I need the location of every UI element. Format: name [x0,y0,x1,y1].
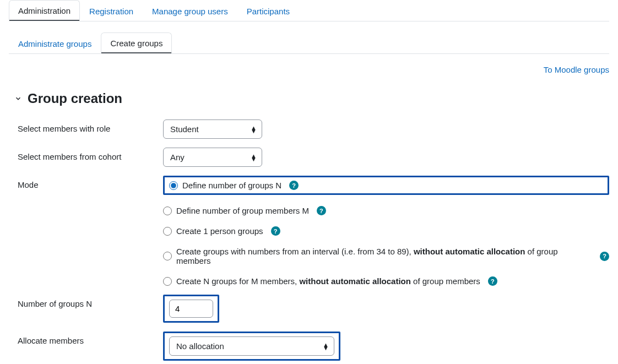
radio-define-groups-n[interactable] [169,181,178,190]
radio-label[interactable]: Define number of group members M [176,206,309,215]
section-toggle-group-creation[interactable]: Group creation [14,91,609,106]
chevron-down-icon [14,95,22,102]
select-role[interactable]: Student [163,119,262,139]
tab-create-groups[interactable]: Create groups [101,32,172,54]
help-icon[interactable]: ? [600,252,609,261]
radio-one-person-groups[interactable] [163,227,172,236]
label-select-cohort: Select members from cohort [9,148,163,161]
highlight-num-groups [163,295,219,323]
radio-label[interactable]: Create groups with numbers from an inter… [176,247,592,265]
tab-administration[interactable]: Administration [9,0,80,21]
radio-define-members-m[interactable] [163,207,172,215]
label-num-groups: Number of groups N [9,295,163,308]
label-allocate: Allocate members [9,332,163,345]
help-icon[interactable]: ? [317,206,326,215]
radio-label[interactable]: Create 1 person groups [176,226,263,236]
radio-label[interactable]: Create N groups for M members, without a… [176,276,480,286]
radio-n-for-m-no-alloc[interactable] [163,277,172,286]
tab-participants[interactable]: Participants [237,1,299,21]
select-cohort[interactable]: Any [163,148,262,167]
select-allocate[interactable]: No allocation [169,336,334,356]
radio-label[interactable]: Define number of groups N [182,181,281,190]
secondary-tabs: Administrate groups Create groups [9,32,609,54]
radio-interval-no-alloc[interactable] [163,252,172,260]
mode-radio-group: Define number of groups N ? Define numbe… [163,176,609,286]
to-moodle-groups-link[interactable]: To Moodle groups [544,65,609,74]
tab-registration[interactable]: Registration [80,1,143,21]
help-icon[interactable]: ? [289,181,299,190]
tab-manage-group-users[interactable]: Manage group users [143,1,237,21]
highlight-allocate: No allocation ▲▼ [163,332,340,361]
help-icon[interactable]: ? [488,276,497,286]
highlight-mode-selected: Define number of groups N ? [163,176,609,195]
input-num-groups[interactable] [169,300,213,318]
section-title: Group creation [28,91,122,106]
primary-tabs: Administration Registration Manage group… [9,0,609,21]
label-select-role: Select members with role [9,119,163,133]
help-icon[interactable]: ? [271,226,280,236]
tab-administrate-groups[interactable]: Administrate groups [9,33,101,54]
label-mode: Mode [9,176,163,189]
